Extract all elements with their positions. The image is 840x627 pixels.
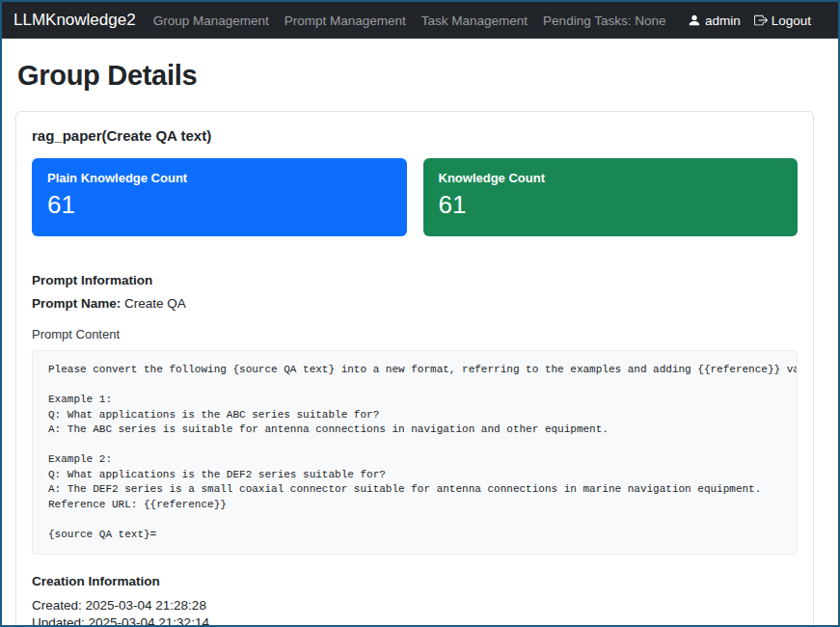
- creation-information-heading: Creation Information: [32, 574, 798, 588]
- prompt-name-line: Prompt Name: Create QA: [32, 296, 798, 311]
- stat-label: Plain Knowledge Count: [47, 171, 392, 186]
- logout-icon: [754, 14, 768, 27]
- nav-item-task-management[interactable]: Task Management: [421, 14, 528, 28]
- nav-item-group-management[interactable]: Group Management: [153, 14, 269, 28]
- stat-value: 61: [439, 192, 783, 217]
- stat-value: 61: [47, 192, 392, 217]
- navbar-right: admin Logout: [688, 14, 811, 28]
- plain-knowledge-count-card: Plain Knowledge Count 61: [32, 158, 407, 236]
- navbar: LLMKnowledge2 Group Management Prompt Ma…: [2, 2, 838, 39]
- prompt-name-label: Prompt Name:: [32, 296, 121, 311]
- prompt-content: Please convert the following {source QA …: [32, 350, 798, 555]
- group-details-card: rag_paper(Create QA text) Plain Knowledg…: [15, 111, 814, 627]
- logout-link[interactable]: Logout: [754, 14, 811, 28]
- user-menu[interactable]: admin: [688, 14, 741, 28]
- prompt-name-value: Create QA: [124, 296, 186, 311]
- logout-label: Logout: [772, 14, 811, 28]
- nav-item-pending-tasks[interactable]: Pending Tasks: None: [543, 14, 665, 28]
- app-window: LLMKnowledge2 Group Management Prompt Ma…: [0, 0, 840, 627]
- nav-item-prompt-management[interactable]: Prompt Management: [285, 14, 406, 28]
- prompt-information-heading: Prompt Information: [32, 273, 798, 287]
- main-content: Group Details rag_paper(Create QA text) …: [2, 39, 838, 627]
- nav-links: Group Management Prompt Management Task …: [153, 14, 688, 28]
- knowledge-count-card: Knowledge Count 61: [423, 158, 799, 236]
- stats-row: Plain Knowledge Count 61 Knowledge Count…: [32, 158, 798, 236]
- username-label: admin: [705, 14, 741, 28]
- navbar-brand[interactable]: LLMKnowledge2: [14, 11, 136, 30]
- stat-label: Knowledge Count: [439, 171, 783, 186]
- prompt-content-label: Prompt Content: [32, 327, 798, 341]
- group-name-title: rag_paper(Create QA text): [32, 127, 798, 144]
- created-timestamp: Created: 2025-03-04 21:28:28: [32, 597, 798, 614]
- updated-timestamp: Updated: 2025-03-04 21:32:14: [32, 614, 798, 627]
- person-icon: [688, 14, 701, 27]
- page-title: Group Details: [17, 60, 814, 92]
